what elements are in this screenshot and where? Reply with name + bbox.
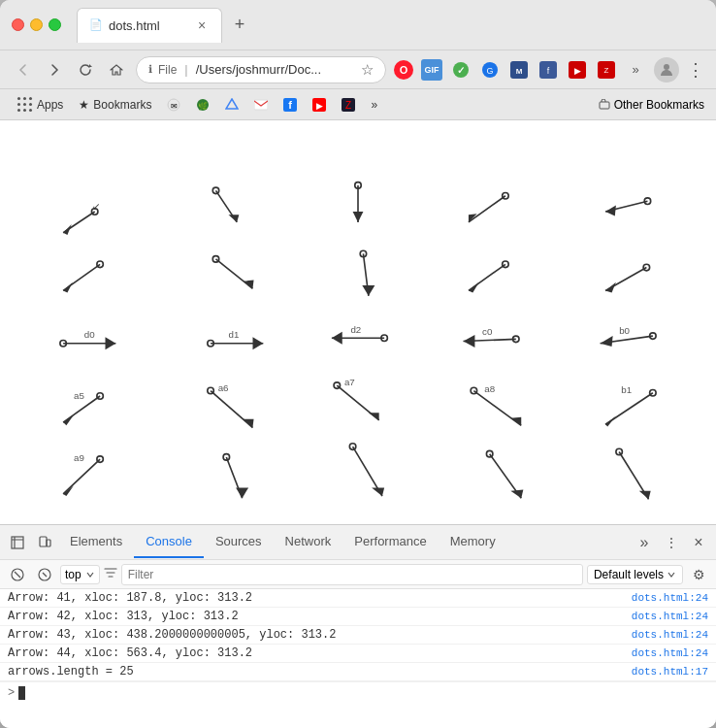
other-bookmarks[interactable]: Other Bookmarks xyxy=(599,98,704,112)
console-prompt: > xyxy=(8,686,15,700)
bookmark-star-icon[interactable]: ☆ xyxy=(361,61,374,79)
extension-icon-5[interactable]: ▶ xyxy=(567,59,588,81)
bookmark-icon-4[interactable]: ▶ xyxy=(307,95,332,115)
svg-marker-32 xyxy=(229,215,240,222)
profile-button[interactable] xyxy=(654,57,679,83)
tab-elements[interactable]: Elements xyxy=(58,526,134,558)
address-input[interactable]: ℹ File | /Users/joshmurr/Doc... ☆ xyxy=(136,56,386,83)
filter-icon xyxy=(104,566,117,582)
file-label: File xyxy=(158,63,177,77)
maximize-button[interactable] xyxy=(49,18,61,31)
apps-bookmark-button[interactable]: Apps xyxy=(12,94,69,116)
console-text-4: arrows.length = 25 xyxy=(8,665,632,678)
chrome-menu-button[interactable]: ⋮ xyxy=(687,59,704,81)
svg-point-104 xyxy=(223,454,230,461)
context-selector[interactable]: top xyxy=(60,565,100,584)
minimize-button[interactable] xyxy=(30,18,43,31)
tab-network[interactable]: Network xyxy=(274,526,343,558)
svg-marker-83 xyxy=(244,419,254,428)
bookmark-gmail[interactable] xyxy=(248,95,274,115)
console-text-0: Arrow: 41, xloc: 187.8, yloc: 313.2 xyxy=(8,591,632,605)
console-toolbar: top Default levels ⚙ xyxy=(0,560,716,589)
browser-tab[interactable]: 📄 dots.html × xyxy=(77,8,222,43)
opera-icon[interactable]: O xyxy=(394,60,413,80)
console-input-row[interactable]: > xyxy=(0,681,716,704)
svg-marker-44 xyxy=(63,282,73,293)
tab-sources[interactable]: Sources xyxy=(204,526,274,558)
back-button[interactable] xyxy=(12,58,35,82)
address-bar: ℹ File | /Users/joshmurr/Doc... ☆ O GIF … xyxy=(0,50,716,89)
devtools-device-toggle[interactable] xyxy=(31,529,58,556)
forward-button[interactable] xyxy=(43,58,66,82)
svg-rect-115 xyxy=(40,537,47,546)
console-source-4[interactable]: dots.html:17 xyxy=(632,666,708,678)
svg-text:f: f xyxy=(289,99,293,111)
console-source-0[interactable]: dots.html:24 xyxy=(632,592,708,604)
devtools-panel: Elements Console Sources Network Perform… xyxy=(0,524,716,728)
svg-point-33 xyxy=(212,187,219,194)
console-filter-input[interactable] xyxy=(121,564,583,585)
apps-label: Apps xyxy=(37,98,63,112)
console-clear-button[interactable] xyxy=(6,563,29,586)
svg-marker-106 xyxy=(372,487,384,496)
console-source-1[interactable]: dots.html:24 xyxy=(632,611,708,622)
tab-console[interactable]: Console xyxy=(134,526,204,558)
reload-button[interactable] xyxy=(74,58,97,82)
browser-window: 📄 dots.html × + ℹ File | /Users/joshmurr… xyxy=(0,0,716,728)
bookmark-icon-2[interactable]: 🌿 xyxy=(190,95,215,115)
devtools-more-button[interactable]: » xyxy=(631,529,658,556)
bookmark-star: ★ xyxy=(79,98,89,112)
svg-text:b0: b0 xyxy=(619,325,630,336)
console-source-3[interactable]: dots.html:24 xyxy=(632,647,708,659)
bookmarks-bookmark[interactable]: ★ Bookmarks xyxy=(73,95,157,115)
bookmark-icon-5[interactable]: Z xyxy=(336,95,361,115)
console-settings-button[interactable]: ⚙ xyxy=(687,563,710,586)
bookmarks-bar: Apps ★ Bookmarks ✉ 🌿 f ▶ Z » xyxy=(0,89,716,120)
svg-text:a8: a8 xyxy=(484,383,495,394)
svg-marker-87 xyxy=(369,413,379,420)
other-bookmarks-label: Other Bookmarks xyxy=(614,98,704,112)
tab-memory[interactable]: Memory xyxy=(439,526,507,558)
svg-text:🌿: 🌿 xyxy=(198,100,208,110)
svg-marker-50 xyxy=(362,285,374,296)
svg-line-120 xyxy=(43,573,47,577)
extensions-overflow[interactable]: » xyxy=(625,59,646,81)
devtools-close-button[interactable]: × xyxy=(685,529,712,556)
svg-line-82 xyxy=(211,391,252,428)
extension-icon-1[interactable]: ✓ xyxy=(450,59,472,81)
bookmarks-overflow[interactable]: » xyxy=(365,95,383,115)
close-button[interactable] xyxy=(12,18,24,31)
svg-marker-79 xyxy=(63,415,74,426)
svg-text:d2: d2 xyxy=(350,324,361,335)
svg-text:d1: d1 xyxy=(229,329,240,340)
svg-text:Z: Z xyxy=(345,100,351,111)
bookmark-icon-3[interactable]: f xyxy=(277,95,303,115)
svg-line-37 xyxy=(469,196,505,222)
console-row-0: Arrow: 41, xloc: 187.8, yloc: 313.2 dots… xyxy=(0,589,716,608)
tab-performance[interactable]: Performance xyxy=(342,526,438,558)
extension-icon-6[interactable]: Z xyxy=(596,59,617,81)
new-tab-button[interactable]: + xyxy=(226,12,253,39)
svg-text:Z: Z xyxy=(604,66,609,75)
tab-close-button[interactable]: × xyxy=(194,17,210,33)
console-row-1: Arrow: 42, xloc: 313, yloc: 313.2 dots.h… xyxy=(0,608,716,626)
devtools-element-picker[interactable] xyxy=(4,529,31,556)
console-text-2: Arrow: 43, xloc: 438.2000000000005, yloc… xyxy=(8,628,632,642)
devtools-settings-button[interactable]: ⋮ xyxy=(658,529,685,556)
home-button[interactable] xyxy=(105,58,128,82)
svg-marker-67 xyxy=(332,332,342,345)
extension-icon-3[interactable]: M xyxy=(508,59,530,81)
tab-title: dots.html xyxy=(109,18,160,33)
extension-icon-2[interactable]: G xyxy=(479,59,501,81)
console-source-2[interactable]: dots.html:24 xyxy=(632,629,708,641)
security-icon: ℹ xyxy=(148,63,152,76)
extension-icon-4[interactable]: f xyxy=(537,59,559,81)
console-filter-toggle[interactable] xyxy=(33,563,56,586)
gif-icon[interactable]: GIF xyxy=(421,59,442,81)
svg-marker-59 xyxy=(106,337,116,349)
svg-marker-71 xyxy=(464,335,475,347)
svg-marker-47 xyxy=(244,281,254,289)
log-levels-button[interactable]: Default levels xyxy=(587,565,683,584)
bookmark-google-drive[interactable] xyxy=(219,95,244,115)
bookmark-icon-1[interactable]: ✉ xyxy=(161,95,186,115)
